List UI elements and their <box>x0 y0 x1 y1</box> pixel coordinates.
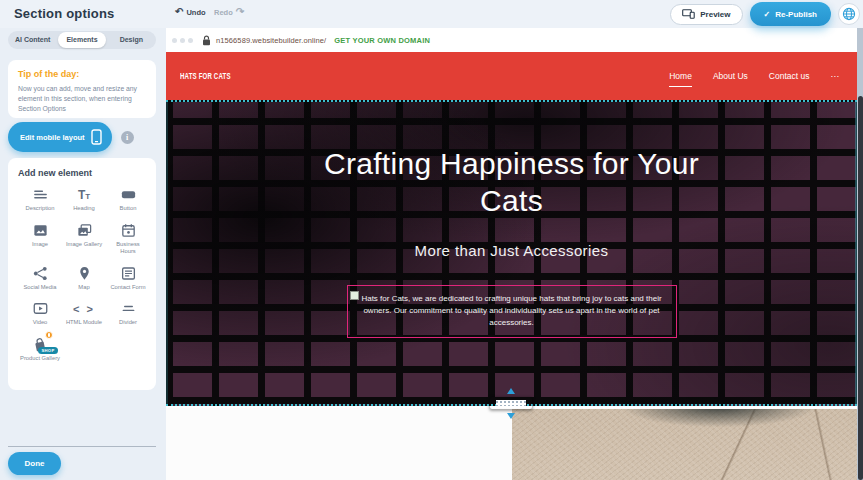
get-own-domain-link[interactable]: GET YOUR OWN DOMAIN <box>334 36 430 45</box>
add-element-map[interactable]: Map <box>62 265 106 292</box>
map-pin-icon <box>76 265 93 282</box>
add-element-image-gallery[interactable]: Image Gallery <box>62 222 106 256</box>
app-window: Section options ↶ Undo Redo ↷ Preview ✓ … <box>0 0 863 480</box>
site-url: n1566589.websitebuilder.online/ <box>216 36 326 45</box>
code-icon: < > <box>73 300 95 317</box>
new-notification-badge <box>45 331 53 339</box>
resize-arrow-up-icon <box>507 388 515 394</box>
product-gallery-icon: SHOP <box>32 336 49 353</box>
republish-label: Re-Publish <box>775 10 817 19</box>
add-element-heading[interactable]: TT Heading <box>62 186 106 213</box>
image-icon <box>32 222 49 239</box>
divider-icon <box>120 300 137 317</box>
image-gallery-icon <box>76 222 93 239</box>
info-icon[interactable]: i <box>121 131 134 144</box>
text-lines-icon <box>32 186 49 203</box>
edit-mobile-layout-button[interactable]: Edit mobile layout <box>8 122 112 152</box>
browser-dot <box>180 38 185 43</box>
add-element-html-module[interactable]: < > HTML Module <box>62 300 106 327</box>
page-title: Section options <box>14 6 115 21</box>
devices-icon <box>682 9 695 19</box>
undo-label: Undo <box>186 8 205 17</box>
add-element-title: Add new element <box>18 168 150 178</box>
shop-badge: SHOP <box>38 347 57 354</box>
section-resize-handle[interactable] <box>489 393 533 413</box>
add-element-video[interactable]: Video <box>18 300 62 327</box>
button-icon <box>120 186 137 203</box>
tab-ai-content[interactable]: AI Content <box>9 32 56 48</box>
heading-icon: TT <box>78 186 90 203</box>
scrollbar-thumb[interactable] <box>858 96 863 480</box>
tip-body: Now you can add, move and resize any ele… <box>18 84 146 114</box>
nav-about-us[interactable]: About Us <box>713 71 748 81</box>
hero-subheading[interactable]: More than Just Accessories <box>415 242 609 259</box>
site-nav: Home About Us Contact us ⋯ <box>669 52 839 100</box>
preview-button[interactable]: Preview <box>670 4 742 25</box>
tip-of-the-day-card: Tip of the day: Now you can add, move an… <box>8 60 156 118</box>
language-globe-button[interactable] <box>838 3 860 25</box>
add-element-divider[interactable]: Divider <box>106 300 150 327</box>
topbar-actions: Preview ✓ Re-Publish <box>670 2 860 26</box>
hero-section-selected[interactable]: Crafting Happiness for Your Cats More th… <box>166 100 857 406</box>
add-element-business-hours[interactable]: Business Hours <box>106 222 150 256</box>
sidebar-divider <box>8 446 156 447</box>
add-element-social-media[interactable]: Social Media <box>18 265 62 292</box>
hero-paragraph[interactable]: Hats for Cats, we are dedicated to craft… <box>352 293 672 329</box>
resize-arrow-down-icon <box>507 413 515 419</box>
preview-scrollbar[interactable] <box>857 28 863 480</box>
redo-icon: ↷ <box>236 7 244 17</box>
redo-label: Redo <box>214 8 233 17</box>
add-element-button[interactable]: Button <box>106 186 150 213</box>
resize-grip[interactable] <box>489 396 533 410</box>
site-logo[interactable]: HATS FOR CATS <box>180 71 231 81</box>
business-hours-icon <box>120 222 137 239</box>
editor-topbar: Section options ↶ Undo Redo ↷ Preview ✓ … <box>0 0 863 28</box>
sidebar-tabs: AI Content Elements Design <box>8 31 156 49</box>
next-section-image <box>512 409 857 480</box>
add-new-element-panel: Add new element Description TT Heading <box>8 158 156 390</box>
add-element-product-gallery[interactable]: SHOP Product Gallery <box>18 336 62 363</box>
edit-mobile-row: Edit mobile layout i <box>8 122 134 152</box>
browser-dot <box>188 38 193 43</box>
tab-elements[interactable]: Elements <box>58 32 105 48</box>
add-element-description[interactable]: Description <box>18 186 62 213</box>
hero-paragraph-selection-box[interactable]: Hats for Cats, we are dedicated to craft… <box>347 285 677 338</box>
add-element-contact-form[interactable]: Contact Form <box>106 265 150 292</box>
globe-icon <box>842 7 856 21</box>
undo-button[interactable]: ↶ Undo <box>175 7 206 17</box>
phone-icon <box>91 129 102 145</box>
nav-home[interactable]: Home <box>669 71 692 81</box>
check-icon: ✓ <box>764 10 771 19</box>
browser-bar: n1566589.websitebuilder.online/ GET YOUR… <box>166 28 857 52</box>
browser-dot <box>172 38 177 43</box>
tab-design[interactable]: Design <box>108 32 155 48</box>
tip-title: Tip of the day: <box>18 69 146 79</box>
video-icon <box>32 300 49 317</box>
republish-button[interactable]: ✓ Re-Publish <box>750 2 831 26</box>
undo-icon: ↶ <box>175 7 183 17</box>
element-drag-handle[interactable] <box>350 291 359 300</box>
site-header[interactable]: HATS FOR CATS Home About Us Contact us ⋯ <box>166 52 857 100</box>
done-button[interactable]: Done <box>8 452 61 475</box>
add-element-image[interactable]: Image <box>18 222 62 256</box>
editor-sidebar: AI Content Elements Design Tip of the da… <box>0 0 166 480</box>
browser-dots <box>172 38 193 43</box>
element-grid: Description TT Heading Button <box>18 186 150 362</box>
hero-heading[interactable]: Crafting Happiness for Your Cats <box>292 146 732 220</box>
preview-label: Preview <box>700 10 730 19</box>
redo-button[interactable]: Redo ↷ <box>214 7 244 17</box>
edit-mobile-label: Edit mobile layout <box>20 133 85 142</box>
share-icon <box>32 265 49 282</box>
contact-form-icon <box>120 265 137 282</box>
lock-icon <box>202 35 211 46</box>
nav-contact-us[interactable]: Contact us <box>769 71 810 81</box>
nav-more-icon[interactable]: ⋯ <box>831 71 840 81</box>
